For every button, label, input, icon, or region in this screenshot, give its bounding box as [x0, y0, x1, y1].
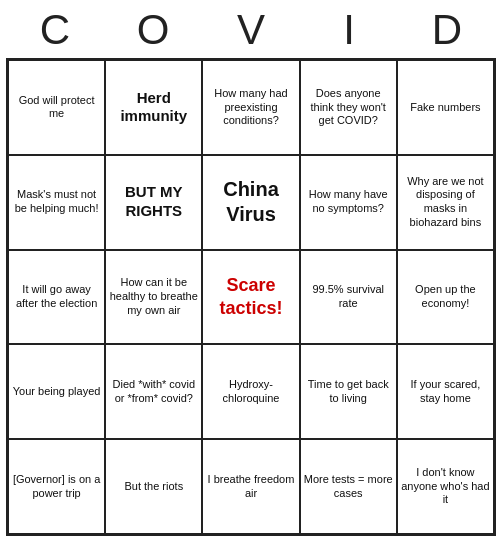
title-letter: D [402, 6, 492, 54]
bingo-cell: God will protect me [8, 60, 105, 155]
bingo-grid: God will protect meHerd immunityHow many… [6, 58, 496, 536]
bingo-cell: It will go away after the election [8, 250, 105, 345]
bingo-cell: Scare tactics! [202, 250, 299, 345]
title-letter: O [108, 6, 198, 54]
bingo-cell: I breathe freedom air [202, 439, 299, 534]
bingo-cell: Open up the economy! [397, 250, 494, 345]
bingo-cell: How many had preexisting conditions? [202, 60, 299, 155]
bingo-cell: [Governor] is on a power trip [8, 439, 105, 534]
bingo-cell: I don't know anyone who's had it [397, 439, 494, 534]
bingo-cell: Does anyone think they won't get COVID? [300, 60, 397, 155]
bingo-title: COVID [6, 0, 496, 58]
title-letter: C [10, 6, 100, 54]
title-letter: V [206, 6, 296, 54]
bingo-cell: Hydroxy-chloroquine [202, 344, 299, 439]
bingo-cell: 99.5% survival rate [300, 250, 397, 345]
bingo-cell: Time to get back to living [300, 344, 397, 439]
bingo-cell: Herd immunity [105, 60, 202, 155]
bingo-cell: Fake numbers [397, 60, 494, 155]
title-letter: I [304, 6, 394, 54]
bingo-cell: BUT MY RIGHTS [105, 155, 202, 250]
bingo-cell: China Virus [202, 155, 299, 250]
bingo-cell: But the riots [105, 439, 202, 534]
bingo-cell: How can it be healthy to breathe my own … [105, 250, 202, 345]
bingo-cell: How many have no symptoms? [300, 155, 397, 250]
bingo-cell: More tests = more cases [300, 439, 397, 534]
bingo-cell: Why are we not disposing of masks in bio… [397, 155, 494, 250]
bingo-cell: Your being played [8, 344, 105, 439]
bingo-cell: Died *with* covid or *from* covid? [105, 344, 202, 439]
bingo-cell: Mask's must not be helping much! [8, 155, 105, 250]
bingo-cell: If your scared, stay home [397, 344, 494, 439]
